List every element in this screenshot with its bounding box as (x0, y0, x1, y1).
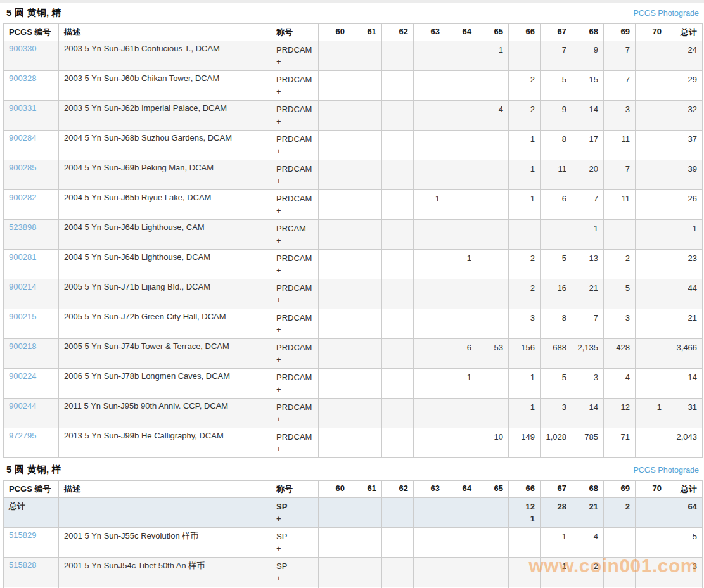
pcgs-number-link[interactable]: 900284 (9, 133, 36, 143)
grade-63-count (414, 160, 445, 190)
grade-61-count (350, 71, 382, 101)
grade-66-count: 1 (509, 399, 541, 428)
column-header-grade-69: 69 (604, 24, 636, 41)
pcgs-number-link[interactable]: 972795 (9, 431, 36, 440)
grade-62-count (382, 399, 414, 428)
column-header-total: 总计 (667, 24, 703, 41)
pcgs-number-link[interactable]: 900282 (9, 193, 36, 202)
column-header-grade-65: 65 (477, 481, 509, 498)
grade-68-count: 14 (572, 101, 604, 131)
grade-68-count: 9 (572, 41, 604, 71)
description-cell: 2001 5 Yn SunJ54c Tibet 50th An 样币 (59, 558, 271, 587)
grade-67-count: 1,028 (541, 428, 572, 458)
pcgs-number-link[interactable]: 515828 (9, 560, 36, 570)
pcgs-number-link[interactable]: 900214 (9, 282, 36, 291)
grade-67-count: 688 (541, 339, 572, 369)
grade-65-count (477, 131, 509, 160)
grade-65-count (477, 160, 509, 190)
total-count: 24 (667, 41, 703, 71)
pcgs-number-link[interactable]: 900328 (9, 74, 36, 83)
pcgs-number-link[interactable]: 900244 (9, 401, 36, 411)
grade-63-count (414, 309, 445, 339)
pcgs-number-cell: 900285 (4, 160, 59, 190)
pcgs-number-link[interactable]: 515829 (9, 530, 36, 540)
grade-64-count (445, 131, 477, 160)
column-header-grade-64: 64 (445, 24, 477, 41)
pcgs-number-link[interactable]: 900331 (9, 103, 36, 113)
designation-cell: PRDCAM+ (271, 71, 319, 101)
coin-row: 5158292001 5 Yn Sun-J55c Revolution 样币SP… (4, 528, 703, 558)
grade-62-count (382, 250, 414, 279)
grade-65-count (477, 399, 509, 428)
grade-67-count: 7 (541, 41, 572, 71)
total-count: 3 (667, 558, 703, 587)
grade-65-count (477, 498, 509, 528)
coin-row: 9002152005 5 Yn Sun-J72b Green City Hall… (4, 309, 703, 339)
grade-65-count: 4 (477, 101, 509, 131)
pcgs-photograde-link[interactable]: PCGS Photograde (633, 466, 699, 475)
grade-60-count (319, 101, 350, 131)
grade-64-count (445, 220, 477, 250)
description-cell: 2005 5 Yn Sun-J74b Tower & Terrace, DCAM (59, 339, 271, 369)
grade-67-count: 6 (541, 190, 572, 220)
grade-61-count (350, 220, 382, 250)
column-header-grade-60: 60 (319, 24, 350, 41)
grade-66-count: 1 (509, 131, 541, 160)
grade-70-count (636, 369, 667, 399)
grade-69-count: 7 (604, 41, 636, 71)
pcgs-number-link[interactable]: 900215 (9, 312, 36, 321)
pcgs-number-cell: 515829 (4, 528, 59, 558)
pcgs-number-link[interactable]: 900281 (9, 252, 36, 262)
grade-66-count (509, 528, 541, 558)
grade-62-count (382, 41, 414, 71)
column-header-pcgs-number: PCGS 编号 (4, 481, 59, 498)
grade-67-count (541, 220, 572, 250)
pcgs-number-link[interactable]: 900330 (9, 44, 36, 53)
pcgs-number-link[interactable]: 900218 (9, 342, 36, 351)
grade-70-count (636, 309, 667, 339)
section-header-specimen: 5 圆 黄铜, 样 PCGS Photograde (3, 458, 702, 480)
grade-65-count (477, 369, 509, 399)
grade-62-count (382, 498, 414, 528)
pcgs-number-link[interactable]: 523898 (9, 222, 36, 232)
pcgs-number-cell: 900284 (4, 131, 59, 160)
grade-66-count (509, 41, 541, 71)
coin-row: 9003282003 5 Yn Sun-J60b Chikan Tower, D… (4, 71, 703, 101)
grade-67-count: 28 (541, 498, 572, 528)
grade-60-count (319, 190, 350, 220)
grade-64-count (445, 399, 477, 428)
column-header-pcgs-number: PCGS 编号 (4, 24, 59, 41)
population-table-specimen: PCGS 编号 描述 称号 60 61 62 63 64 65 66 67 68… (3, 480, 703, 588)
pcgs-number-link[interactable]: 900285 (9, 163, 36, 172)
grade-60-count (319, 558, 350, 587)
description-cell: 2003 5 Yn Sun-J60b Chikan Tower, DCAM (59, 71, 271, 101)
pcgs-number-link[interactable]: 900224 (9, 371, 36, 381)
grade-63-count (414, 41, 445, 71)
grade-60-count (319, 41, 350, 71)
pcgs-number-cell: 900214 (4, 279, 59, 309)
coin-row: 9002182005 5 Yn Sun-J74b Tower & Terrace… (4, 339, 703, 369)
grade-61-count (350, 279, 382, 309)
grade-70-count (636, 71, 667, 101)
designation-cell: PRDCAM+ (271, 190, 319, 220)
grade-69-count: 5 (604, 279, 636, 309)
grade-64-count (445, 71, 477, 101)
grade-62-count (382, 101, 414, 131)
grade-61-count (350, 309, 382, 339)
grade-60-count (319, 498, 350, 528)
specimen-table-body: 总计SP+12 128212645158292001 5 Yn Sun-J55c… (4, 498, 703, 588)
grade-66-count (509, 220, 541, 250)
grade-62-count (382, 220, 414, 250)
grade-62-count (382, 528, 414, 558)
section-title-proof: 5 圆 黄铜, 精 (6, 7, 61, 19)
grade-68-count: 2 (572, 558, 604, 587)
column-header-grade-68: 68 (572, 481, 604, 498)
grade-68-count: 15 (572, 71, 604, 101)
grade-60-count (319, 369, 350, 399)
column-header-grade-64: 64 (445, 481, 477, 498)
grade-64-count (445, 528, 477, 558)
grade-61-count (350, 160, 382, 190)
description-cell: 2004 5 Yn Sun-J69b Peking Man, DCAM (59, 160, 271, 190)
pcgs-photograde-link[interactable]: PCGS Photograde (633, 9, 699, 18)
grade-67-count: 8 (541, 309, 572, 339)
